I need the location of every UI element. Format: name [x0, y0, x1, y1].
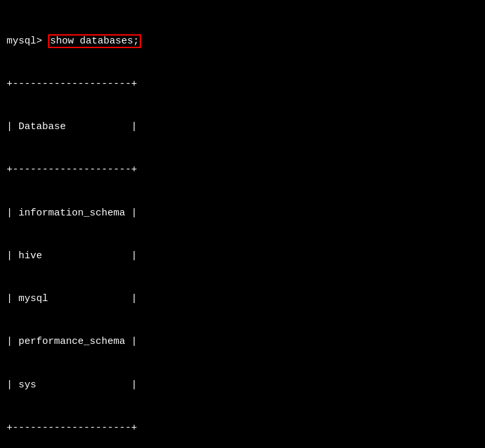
- terminal-output: mysql> show databases; +----------------…: [7, 5, 478, 448]
- terminal-line-9: | sys |: [7, 378, 478, 393]
- prompt-1: mysql>: [7, 36, 48, 47]
- terminal-line-1: mysql> show databases;: [7, 34, 478, 49]
- terminal-line-7: | mysql |: [7, 292, 478, 306]
- terminal-line-6: | hive |: [7, 249, 478, 264]
- terminal-line-4: +--------------------+: [7, 163, 478, 177]
- terminal-line-2: +--------------------+: [7, 77, 478, 92]
- command-1: show databases;: [48, 34, 141, 48]
- terminal-line-8: | performance_schema |: [7, 335, 478, 349]
- terminal-line-3: | Database |: [7, 120, 478, 134]
- terminal-line-10: +--------------------+: [7, 421, 478, 435]
- terminal-line-5: | information_schema |: [7, 206, 478, 221]
